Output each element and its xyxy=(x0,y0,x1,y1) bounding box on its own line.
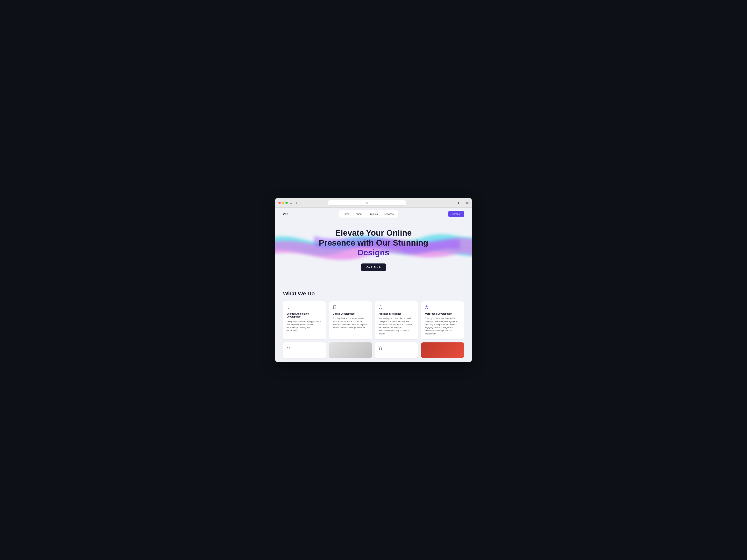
star-icon xyxy=(379,346,415,351)
address-bar[interactable]: ↻ xyxy=(328,200,406,206)
nav-link-about[interactable]: About xyxy=(353,212,365,216)
service-name-mobile: Mobile Development xyxy=(333,313,369,316)
new-tab-button[interactable]: + xyxy=(462,201,464,205)
mobile-icon xyxy=(333,305,369,310)
browser-forward-button[interactable]: › xyxy=(299,201,302,205)
service-card-ai: Artificial Intelligence Harnessing the p… xyxy=(375,301,418,339)
traffic-light-yellow[interactable] xyxy=(282,202,284,204)
website-content: Zee Home About Projects Services Contact xyxy=(275,208,472,362)
image-placeholder-red xyxy=(421,342,464,358)
service-card-mobile: Mobile Development Building sleek and sc… xyxy=(329,301,372,339)
service-card-image-1 xyxy=(329,342,372,358)
hero-section: Elevate Your Online Presence with Our St… xyxy=(275,220,472,283)
image-placeholder-gray xyxy=(329,342,372,358)
service-card-star xyxy=(375,342,418,358)
nav-link-home[interactable]: Home xyxy=(340,212,352,216)
service-card-code xyxy=(283,342,326,358)
reload-icon: ↻ xyxy=(366,201,368,204)
service-card-desktop: Desktop Application Development Designin… xyxy=(283,301,326,339)
ai-icon xyxy=(379,305,415,310)
browser-back-button[interactable]: ‹ xyxy=(295,201,298,205)
browser-actions: ⬆ + ⊞ xyxy=(457,201,469,205)
browser-window: ‹ › ↻ ⬆ + ⊞ Zee Home About Projects Serv… xyxy=(275,198,472,362)
navigation: Zee Home About Projects Services Contact xyxy=(275,208,472,220)
browser-nav-buttons: ‹ › xyxy=(295,201,302,205)
services-grid: Desktop Application Development Designin… xyxy=(283,301,464,339)
browser-chrome: ‹ › ↻ ⬆ + ⊞ xyxy=(275,198,472,208)
svg-text:W: W xyxy=(426,306,428,308)
traffic-lights xyxy=(278,202,288,204)
nav-link-services[interactable]: Services xyxy=(381,212,396,216)
traffic-light-red[interactable] xyxy=(278,202,281,204)
service-desc-desktop: Designing robust desktop applications th… xyxy=(287,320,323,332)
wordpress-icon: W xyxy=(424,305,461,310)
service-card-image-2 xyxy=(421,342,464,358)
service-name-wordpress: WordPress Development xyxy=(424,313,461,316)
contact-button[interactable]: Contact xyxy=(448,211,464,217)
service-desc-ai: Harnessing the power of AI to develop in… xyxy=(379,317,415,336)
service-name-desktop: Desktop Application Development xyxy=(287,313,323,319)
sidebar-toggle-button[interactable] xyxy=(290,202,293,204)
share-button[interactable]: ⬆ xyxy=(457,201,460,205)
services-heading: What We Do xyxy=(283,291,464,297)
hero-title: Elevate Your Online Presence with Our St… xyxy=(305,228,442,258)
service-desc-mobile: Building sleek and scalable mobile appli… xyxy=(333,317,369,329)
site-logo: Zee xyxy=(283,212,288,216)
nav-link-projects[interactable]: Projects xyxy=(366,212,380,216)
svg-marker-6 xyxy=(379,347,382,350)
traffic-light-green[interactable] xyxy=(285,202,288,204)
svg-rect-0 xyxy=(287,306,290,308)
grid-button[interactable]: ⊞ xyxy=(466,201,469,205)
nav-links-container: Home About Projects Services xyxy=(338,210,398,218)
svg-point-2 xyxy=(334,308,335,309)
desktop-icon xyxy=(287,305,323,310)
services-grid-bottom xyxy=(283,342,464,358)
services-section: What We Do Desktop Application Developme… xyxy=(275,283,472,362)
service-name-ai: Artificial Intelligence xyxy=(379,313,415,316)
hero-cta-button[interactable]: Get in Touch xyxy=(361,264,386,271)
service-card-wordpress: W WordPress Development Creating dynamic… xyxy=(421,301,464,339)
service-desc-wordpress: Creating dynamic and feature-rich WordPr… xyxy=(424,317,461,336)
code-icon xyxy=(287,346,323,351)
